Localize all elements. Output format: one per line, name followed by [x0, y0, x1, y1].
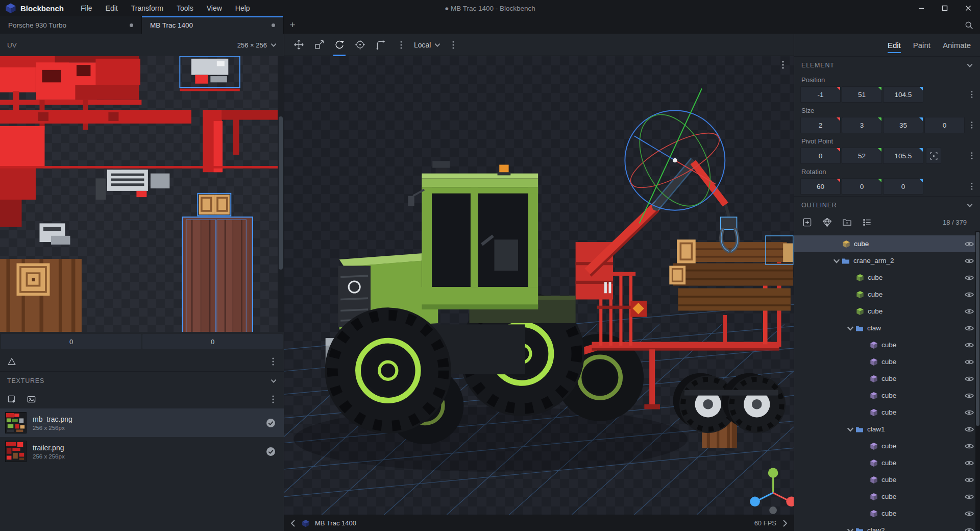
- visibility-eye-icon[interactable]: [965, 494, 974, 500]
- uv-resolution-dropdown[interactable]: 256 × 256: [237, 41, 277, 49]
- tab-porsche-930-turbo[interactable]: Porsche 930 Turbo: [0, 16, 142, 34]
- outliner-view-toggle-button[interactable]: [861, 216, 872, 228]
- focus-pivot-button[interactable]: [926, 148, 941, 164]
- visibility-eye-icon[interactable]: [965, 477, 974, 483]
- outliner-row-cube[interactable]: cube: [794, 303, 980, 320]
- visibility-eye-icon[interactable]: [965, 275, 974, 281]
- element-header[interactable]: ELEMENT: [794, 56, 980, 74]
- add-cube-button[interactable]: [801, 216, 813, 228]
- chevron-down-icon[interactable]: [967, 202, 973, 208]
- visibility-eye-icon[interactable]: [965, 443, 974, 449]
- add-group-button[interactable]: [841, 216, 852, 228]
- uv-scrollbar[interactable]: [278, 56, 284, 332]
- next-camera-icon[interactable]: [781, 520, 789, 527]
- mirror-triangle-icon[interactable]: [6, 356, 17, 367]
- rotation-x-input[interactable]: 60: [800, 178, 841, 195]
- menu-dots-icon[interactable]: [968, 90, 976, 99]
- chevron-down-icon[interactable]: [847, 527, 854, 531]
- resize-tool-icon[interactable]: [312, 34, 326, 56]
- chevron-down-icon[interactable]: [271, 378, 277, 384]
- visibility-eye-icon[interactable]: [965, 308, 974, 315]
- visibility-eye-icon[interactable]: [965, 258, 974, 264]
- visibility-eye-icon[interactable]: [965, 426, 974, 432]
- outliner-row-cube[interactable]: cube: [794, 269, 980, 286]
- position-x-input[interactable]: -1: [800, 86, 841, 103]
- menu-edit[interactable]: Edit: [99, 0, 125, 16]
- position-y-input[interactable]: 51: [842, 86, 882, 103]
- menu-dots-icon[interactable]: [968, 121, 976, 129]
- menu-dots-icon[interactable]: [968, 152, 976, 160]
- pivot-tool-icon[interactable]: [353, 34, 367, 56]
- outliner-tree[interactable]: cube cube crane_arm_2 cube: [794, 231, 980, 531]
- menu-file[interactable]: File: [74, 0, 99, 16]
- maximize-button[interactable]: [933, 0, 957, 16]
- outliner-row-cube[interactable]: cube: [794, 438, 980, 454]
- vertex-snap-tool-icon[interactable]: [373, 34, 387, 56]
- outliner-row-cube[interactable]: cube: [794, 471, 980, 488]
- visibility-eye-icon[interactable]: [965, 527, 974, 531]
- menu-help[interactable]: Help: [229, 0, 257, 16]
- outliner-row-cube[interactable]: cube: [794, 336, 980, 353]
- chevron-down-icon[interactable]: [847, 426, 854, 433]
- texture-item-mb-trac[interactable]: mb_trac.png 256 x 256px: [0, 408, 284, 437]
- outliner-row-cube[interactable]: cube: [794, 404, 980, 421]
- uv-slider-v[interactable]: 0: [142, 334, 283, 349]
- minimize-button[interactable]: [910, 0, 933, 16]
- chevron-down-icon[interactable]: [847, 325, 854, 332]
- outliner-row-cube[interactable]: cube: [794, 387, 980, 404]
- size-inflate-input[interactable]: 0: [924, 117, 965, 133]
- uv-slider-u[interactable]: 0: [1, 334, 141, 349]
- menu-dots-icon[interactable]: [778, 60, 788, 69]
- outliner-row-cube[interactable]: cube: [794, 231, 980, 235]
- visibility-eye-icon[interactable]: [965, 292, 974, 298]
- tab-mb-trac-1400[interactable]: MB Trac 1400: [142, 16, 284, 34]
- close-button[interactable]: [957, 0, 980, 16]
- menu-dots-icon[interactable]: [268, 357, 278, 366]
- tab-edit-mode[interactable]: Edit: [888, 41, 901, 50]
- menu-dots-icon[interactable]: [968, 182, 976, 190]
- outliner-row-group[interactable]: crane_arm_2: [794, 252, 980, 269]
- pivot-z-input[interactable]: 105.5: [883, 148, 923, 164]
- menu-dots-icon[interactable]: [449, 40, 458, 50]
- menu-view[interactable]: View: [200, 0, 229, 16]
- outliner-row-cube[interactable]: cube: [794, 286, 980, 303]
- tab-animate-mode[interactable]: Animate: [943, 41, 971, 50]
- uv-scrollbar-thumb[interactable]: [279, 116, 283, 270]
- texture-item-trailer[interactable]: trailer.png 256 x 256px: [0, 437, 284, 466]
- axis-gizmo[interactable]: [750, 468, 794, 514]
- outliner-row-cube[interactable]: cube: [794, 353, 980, 370]
- transform-space-dropdown[interactable]: Local: [409, 38, 446, 52]
- size-x-input[interactable]: 2: [800, 117, 841, 133]
- visibility-eye-icon[interactable]: [965, 359, 974, 365]
- pivot-x-input[interactable]: 0: [800, 148, 841, 164]
- visibility-eye-icon[interactable]: [965, 325, 974, 331]
- rotate-tool-icon[interactable]: [332, 34, 347, 56]
- outliner-scrollbar[interactable]: [975, 231, 980, 531]
- texture-enabled-check-icon[interactable]: [266, 447, 276, 456]
- outliner-row-cube[interactable]: cube: [794, 505, 980, 522]
- pivot-y-input[interactable]: 52: [842, 148, 882, 164]
- outliner-row-group[interactable]: claw1: [794, 421, 980, 438]
- outliner-row-group[interactable]: claw2: [794, 522, 980, 531]
- search-icon[interactable]: [958, 16, 980, 34]
- outliner-row-group[interactable]: claw: [794, 320, 980, 336]
- outliner-scrollbar-thumb[interactable]: [976, 232, 979, 426]
- new-tab-button[interactable]: +: [284, 16, 301, 34]
- size-y-input[interactable]: 3: [842, 117, 882, 133]
- prev-camera-icon[interactable]: [289, 520, 297, 527]
- menu-transform[interactable]: Transform: [125, 0, 170, 16]
- chevron-down-icon[interactable]: [833, 257, 840, 264]
- size-z-input[interactable]: 35: [883, 117, 923, 133]
- viewport-canvas[interactable]: [284, 56, 794, 515]
- texture-enabled-check-icon[interactable]: [266, 418, 276, 428]
- add-mesh-button[interactable]: [821, 216, 832, 228]
- outliner-row-cube[interactable]: cube: [794, 454, 980, 471]
- chevron-down-icon[interactable]: [967, 62, 973, 68]
- menu-dots-icon[interactable]: [268, 395, 278, 404]
- position-z-input[interactable]: 104.5: [883, 86, 923, 103]
- menu-tools[interactable]: Tools: [170, 0, 200, 16]
- visibility-eye-icon[interactable]: [965, 376, 974, 382]
- tab-paint-mode[interactable]: Paint: [913, 41, 930, 50]
- visibility-eye-icon[interactable]: [965, 409, 974, 416]
- move-tool-icon[interactable]: [291, 34, 306, 56]
